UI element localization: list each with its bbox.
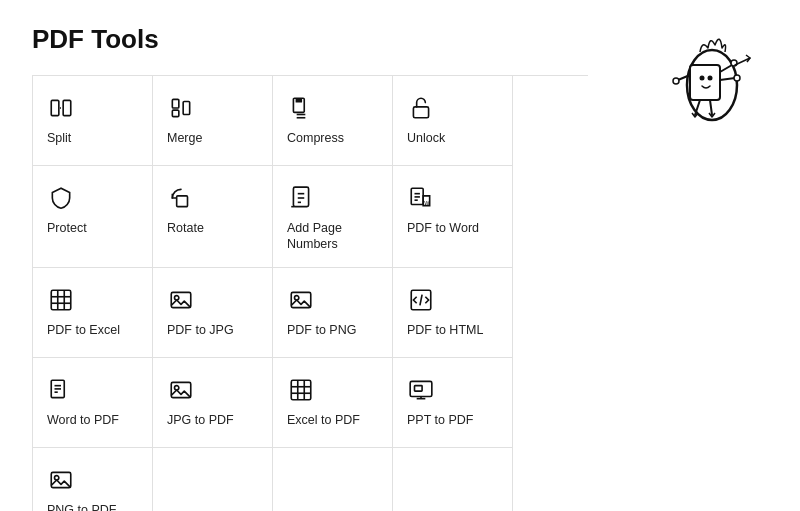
svg-rect-5 xyxy=(183,102,190,115)
page-title: PDF Tools xyxy=(32,24,588,55)
pdf-to-jpg-icon xyxy=(167,286,195,314)
svg-point-53 xyxy=(708,76,713,81)
tool-compress-label: Compress xyxy=(287,130,344,146)
add-page-numbers-icon xyxy=(287,184,315,212)
svg-rect-3 xyxy=(172,99,179,108)
empty-cell-3 xyxy=(393,448,513,512)
pdf-to-word-icon: W xyxy=(407,184,435,212)
tool-pdf-to-jpg-label: PDF to JPG xyxy=(167,322,234,338)
svg-rect-51 xyxy=(690,65,720,100)
tool-add-page-numbers[interactable]: Add Page Numbers xyxy=(273,166,393,268)
unlock-icon xyxy=(407,94,435,122)
tool-compress[interactable]: Compress xyxy=(273,76,393,166)
svg-line-56 xyxy=(720,65,732,72)
svg-line-58 xyxy=(720,78,735,80)
svg-rect-4 xyxy=(172,110,179,117)
svg-text:W: W xyxy=(424,200,430,206)
pdf-to-png-icon xyxy=(287,286,315,314)
compress-icon xyxy=(287,94,315,122)
tool-pdf-to-html-label: PDF to HTML xyxy=(407,322,483,338)
tool-jpg-to-pdf[interactable]: JPG to PDF xyxy=(153,358,273,448)
tool-protect-label: Protect xyxy=(47,220,87,236)
split-icon xyxy=(47,94,75,122)
tool-excel-to-pdf-label: Excel to PDF xyxy=(287,412,360,428)
protect-icon xyxy=(47,184,75,212)
jpg-to-pdf-icon xyxy=(167,376,195,404)
merge-icon xyxy=(167,94,195,122)
tools-grid: Split Merge Compress xyxy=(32,75,588,511)
svg-rect-11 xyxy=(177,196,188,207)
tool-protect[interactable]: Protect xyxy=(33,166,153,268)
tool-add-page-numbers-label: Add Page Numbers xyxy=(287,220,378,253)
rotate-icon xyxy=(167,184,195,212)
tool-png-to-pdf-label: PNG to PDF xyxy=(47,502,116,512)
tool-png-to-pdf[interactable]: PNG to PDF xyxy=(33,448,153,512)
pdf-to-html-icon xyxy=(407,286,435,314)
tool-pdf-to-jpg[interactable]: PDF to JPG xyxy=(153,268,273,358)
svg-rect-39 xyxy=(291,380,311,400)
tool-split-label: Split xyxy=(47,130,71,146)
svg-line-32 xyxy=(420,294,422,305)
svg-point-59 xyxy=(734,75,740,81)
png-to-pdf-icon xyxy=(47,466,75,494)
word-to-pdf-icon xyxy=(47,376,75,404)
svg-point-55 xyxy=(673,78,679,84)
tool-unlock-label: Unlock xyxy=(407,130,445,146)
ppt-to-pdf-icon xyxy=(407,376,435,404)
tool-pdf-to-html[interactable]: PDF to HTML xyxy=(393,268,513,358)
tool-excel-to-pdf[interactable]: Excel to PDF xyxy=(273,358,393,448)
pdf-to-excel-icon xyxy=(47,286,75,314)
tool-pdf-to-png-label: PDF to PNG xyxy=(287,322,356,338)
excel-to-pdf-icon xyxy=(287,376,315,404)
svg-line-61 xyxy=(710,100,712,115)
empty-cell-2 xyxy=(273,448,393,512)
svg-rect-47 xyxy=(415,385,423,390)
svg-rect-7 xyxy=(296,98,303,102)
svg-rect-12 xyxy=(293,187,308,207)
tool-pdf-to-word-label: PDF to Word xyxy=(407,220,479,236)
svg-rect-44 xyxy=(410,381,432,396)
tool-rotate-label: Rotate xyxy=(167,220,204,236)
tool-merge-label: Merge xyxy=(167,130,202,146)
empty-cell-1 xyxy=(153,448,273,512)
svg-rect-10 xyxy=(413,107,428,118)
tool-pdf-to-excel[interactable]: PDF to Excel xyxy=(33,268,153,358)
tool-pdf-to-excel-label: PDF to Excel xyxy=(47,322,120,338)
tool-unlock[interactable]: Unlock xyxy=(393,76,513,166)
tool-merge[interactable]: Merge xyxy=(153,76,273,166)
tool-pdf-to-word[interactable]: W PDF to Word xyxy=(393,166,513,268)
svg-rect-0 xyxy=(51,100,59,115)
svg-rect-1 xyxy=(63,100,71,115)
tool-word-to-pdf-label: Word to PDF xyxy=(47,412,119,428)
tool-split[interactable]: Split xyxy=(33,76,153,166)
svg-point-52 xyxy=(700,76,705,81)
tool-ppt-to-pdf[interactable]: PPT to PDF xyxy=(393,358,513,448)
mascot-illustration xyxy=(640,10,770,140)
tool-ppt-to-pdf-label: PPT to PDF xyxy=(407,412,473,428)
tool-pdf-to-png[interactable]: PDF to PNG xyxy=(273,268,393,358)
tool-rotate[interactable]: Rotate xyxy=(153,166,273,268)
tool-jpg-to-pdf-label: JPG to PDF xyxy=(167,412,234,428)
svg-rect-22 xyxy=(51,290,71,310)
tool-word-to-pdf[interactable]: Word to PDF xyxy=(33,358,153,448)
